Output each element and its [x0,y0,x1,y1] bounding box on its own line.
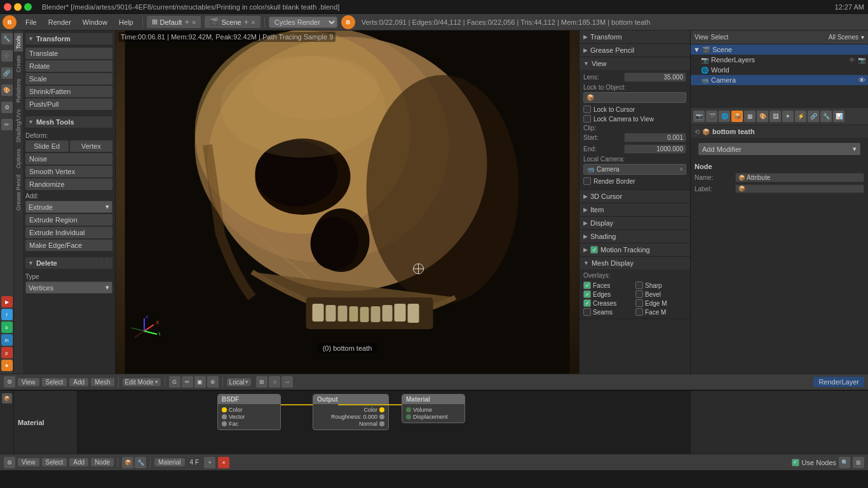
edges-checkbox[interactable] [583,290,591,298]
delete-type-dropdown[interactable]: Vertices ▾ [25,281,112,294]
world-item[interactable]: 🌐 World [691,65,868,75]
prop-gp-header[interactable]: ▶ Grease Pencil [580,44,690,57]
node-label-field[interactable]: 📦 [735,184,864,193]
view-btn[interactable]: View [18,378,39,386]
pushpull-btn[interactable]: Push/Pull [25,98,112,110]
lock-camera-row[interactable]: Lock Camera to View [583,115,686,123]
bsdf-node[interactable]: BSDF Color Vector Fac [217,394,281,430]
vtab-tools[interactable]: Tools [14,33,23,51]
camera-field[interactable]: 📹 Camera × [583,164,686,175]
vtab-create[interactable]: Create [14,53,23,75]
add-workspace-icon[interactable]: + [184,17,189,27]
menu-help[interactable]: Help [114,17,139,27]
pivot-btn[interactable]: ⊕ [207,376,219,388]
prop-icon-physics[interactable]: ⚡ [795,111,806,122]
sharp-checkbox[interactable] [635,281,643,289]
maximize-button[interactable] [24,3,32,11]
add-modifier-button[interactable]: Add Modifier ▾ [698,143,860,155]
material-tab[interactable]: Material [154,458,185,466]
vtab-relations[interactable]: Relations [14,76,23,105]
lock-cursor-checkbox[interactable] [583,105,591,113]
output-node[interactable]: Output Color Roughness: 0.000 Normal [313,394,389,430]
vol-node[interactable]: Material Volume Displacement [402,394,465,423]
prop-icon-scene[interactable]: 🎬 [706,111,717,122]
extrude-individual-btn[interactable]: Extrude Individual [25,227,112,238]
delete-header[interactable]: ▼ Delete ⋮⋮ [25,257,112,269]
draw-btn[interactable]: ✏ [182,376,193,388]
viewport[interactable]: Time:00:06.81 | Mem:92.42M, Peak:92.42M … [116,30,579,374]
vertex-btn[interactable]: Vertex [70,140,113,152]
menu-window[interactable]: Window [78,17,112,27]
scene-root-item[interactable]: ▼ 🎬 Scene [691,44,868,55]
node-canvas[interactable]: BSDF Color Vector Fac Output [78,391,690,454]
sidebar-icon-options[interactable]: ⚙ [1,102,13,113]
render-layers-item[interactable]: 📷 RenderLayers 👁 📷 [691,55,868,65]
edgem-checkbox[interactable] [635,299,643,307]
vtab-options[interactable]: Options [14,146,23,171]
close-button[interactable] [4,3,11,11]
prop-icon-object[interactable]: 📦 [731,111,743,122]
camera-item[interactable]: 📹 Camera 👁 [691,75,868,85]
snap-btn[interactable]: ⊞ [256,376,268,388]
render-engine-select[interactable]: Cycles Render Blender Render Blender Gam… [269,17,337,28]
workspace-tab-scene[interactable]: 🎬Scene + × [205,16,260,28]
node-toolbar-icon[interactable]: ⚙ [4,457,15,468]
render-border-checkbox[interactable] [583,177,591,185]
translate-btn[interactable]: Translate [25,48,112,59]
minimize-button[interactable] [14,3,22,11]
transform-manipulator[interactable]: ↔ [281,376,293,388]
add-workspace-icon-2[interactable]: + [244,17,249,27]
node-name-field[interactable]: 📦 Attribute [735,173,864,182]
use-nodes-checkbox[interactable] [792,459,799,466]
creases-checkbox[interactable] [583,299,591,307]
remove-socket-btn[interactable]: × [218,457,229,468]
sidebar-icon-shading[interactable]: 🎨 [1,85,13,96]
prop-icon-world[interactable]: 🌐 [719,111,730,122]
prop-transform-header[interactable]: ▶ Transform [580,30,690,43]
slide-ed-btn[interactable]: Slide Ed [25,140,69,152]
mt-checkbox[interactable] [590,246,598,254]
make-edge-face-btn[interactable]: Make Edge/Face [25,240,112,251]
prop-display-header[interactable]: ▶ Display [580,217,690,229]
node-select-btn[interactable]: Select [42,458,67,466]
lens-value[interactable]: 35.000 [624,72,686,82]
scene-dropdown-arrow[interactable]: ▾ [861,34,864,41]
scale-btn[interactable]: Scale [25,73,112,85]
lock-camera-checkbox[interactable] [583,115,591,123]
toolbar-icon[interactable]: ⚙ [4,376,15,388]
workspace-tab-default[interactable]: ⊞Default + × [147,16,201,28]
noise-btn[interactable]: Noise [25,153,112,165]
prop-mesh-display-header[interactable]: ▼ Mesh Display [580,257,690,269]
view-menu-btn[interactable]: View [695,34,709,41]
vtab-gp[interactable]: Grease Pencil [14,172,23,214]
extrude-dropdown[interactable]: Extrude ▾ [25,201,112,213]
prop-icon-texture[interactable]: 🖼 [770,111,781,122]
select-menu-btn[interactable]: Select [711,34,729,41]
menu-file[interactable]: File [20,17,42,27]
node-add-btn[interactable]: Add [69,458,88,466]
add-btn[interactable]: Add [69,378,88,386]
prop-motion-tracking-header[interactable]: ▶ Motion Tracking [580,243,690,256]
close-workspace-icon[interactable]: × [192,18,196,26]
node-tool2[interactable]: 🔧 [135,457,146,468]
prop-icon-data[interactable]: 📊 [833,111,844,122]
rotate-btn[interactable]: Rotate [25,60,112,72]
sidebar-icon-tools[interactable]: 🔧 [1,33,13,44]
extrude-region-btn[interactable]: Extrude Region [25,214,112,226]
prop-icon-mesh[interactable]: ▦ [744,111,756,122]
randomize-btn[interactable]: Randomize [25,179,112,190]
local-btn[interactable]: Local ▾ [227,378,252,386]
sidebar-icon-relations[interactable]: 🔗 [1,67,13,79]
mode-dropdown[interactable]: Edit Mode ▾ [123,378,161,386]
node-tool1[interactable]: 📦 [122,457,133,468]
prop-icon-particles[interactable]: ✦ [782,111,794,122]
faces-checkbox[interactable] [583,281,591,289]
node-zoom-btn[interactable]: 🔍 [839,457,850,468]
close-workspace-icon-2[interactable]: × [251,18,255,26]
node-icon-1[interactable]: 📦 [2,393,12,403]
sidebar-icon-create[interactable]: ➕ [1,50,13,62]
node-other-btn[interactable]: ⊞ [853,457,864,468]
smooth-vertex-btn[interactable]: Smooth Vertex [25,166,112,177]
seams-checkbox[interactable] [583,308,591,316]
render-layer-badge[interactable]: RenderLayer [813,377,864,387]
